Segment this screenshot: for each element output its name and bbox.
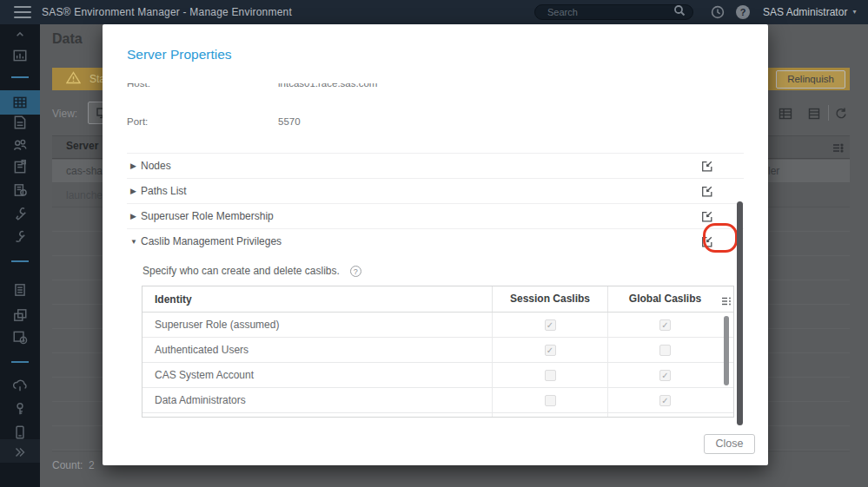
user-caret-down-icon: ▾ (852, 0, 856, 24)
sidebar-item-data-selected[interactable] (0, 90, 40, 115)
table-row[interactable] (142, 413, 733, 417)
screen: SAS® Environment Manager - Manage Enviro… (0, 0, 868, 487)
refresh-icon[interactable] (834, 107, 847, 123)
sidebar-item-reports[interactable] (12, 159, 28, 174)
sidebar-divider (11, 76, 29, 78)
host-value: intcas01.race.sas.com (278, 83, 377, 89)
identity-column-header: Identity (142, 293, 492, 306)
sidebar-expand-row[interactable] (0, 439, 40, 463)
sidebar-item-devices[interactable] (12, 424, 28, 440)
privileges-table: Identity Session Caslibs Global Caslibs … (142, 286, 734, 418)
accordion-sections: ▶ Nodes ▶ Paths List ▶ Superuser Role Me… (127, 153, 744, 253)
table-options-icon[interactable] (832, 141, 844, 157)
sidebar-item-contexts[interactable] (12, 307, 28, 323)
session-checkbox[interactable] (545, 395, 556, 406)
sidebar-item-dashboard[interactable] (12, 48, 28, 63)
global-checkbox[interactable]: ✓ (659, 395, 671, 406)
sidebar-item-servers[interactable] (12, 182, 28, 198)
warning-icon (66, 71, 81, 88)
session-checkbox[interactable]: ✓ (545, 345, 556, 356)
session-checkbox[interactable] (545, 370, 556, 381)
host-field: Host: intcas01.race.sas.com (127, 83, 735, 90)
server-column-header: Server (66, 140, 98, 152)
section-nodes[interactable]: ▶ Nodes (127, 153, 744, 178)
relinquish-button[interactable]: Relinquish (776, 70, 845, 89)
section-paths-list[interactable]: ▶ Paths List (127, 178, 744, 203)
port-value: 5570 (278, 116, 301, 127)
port-label: Port: (127, 116, 148, 127)
server-properties-dialog: Server Properties Host: intcas01.race.sa… (103, 24, 768, 465)
search-box[interactable] (534, 4, 693, 20)
history-icon[interactable] (711, 5, 725, 23)
help-icon[interactable]: ? (736, 5, 750, 19)
app-title: SAS® Environment Manager - Manage Enviro… (42, 0, 292, 24)
data-grid-icon (12, 95, 28, 110)
caret-right-icon[interactable]: ▶ (127, 212, 141, 220)
caret-right-icon[interactable]: ▶ (127, 161, 141, 170)
privileges-description: Specify who can create and delete caslib… (142, 265, 340, 277)
sidebar-item-tools[interactable] (12, 228, 28, 244)
help-tooltip-icon[interactable]: ? (350, 266, 361, 277)
host-label: Host: (127, 83, 150, 89)
server-name-fragment: launche (66, 189, 103, 201)
table-row[interactable]: CAS System Account ✓ (142, 363, 733, 388)
privileges-description-row: Specify who can create and delete caslib… (142, 260, 361, 281)
sidebar-item-publish[interactable] (12, 378, 28, 393)
close-button[interactable]: Close (704, 434, 755, 454)
table-row[interactable]: Data Administrators ✓ (142, 388, 733, 413)
user-name: SAS Administrator (763, 0, 847, 24)
sidebar-item-scheduling[interactable] (12, 329, 28, 345)
caret-down-icon[interactable]: ▼ (127, 238, 141, 246)
global-caslibs-column-header: Global Caslibs (607, 286, 722, 312)
caret-right-icon[interactable]: ▶ (127, 187, 141, 195)
server-name-fragment: cas-shar (66, 165, 106, 177)
global-checkbox[interactable] (659, 345, 671, 356)
search-input[interactable] (546, 6, 673, 18)
table-row[interactable]: Superuser Role (assumed) ✓ ✓ (142, 313, 733, 338)
section-caslib-privileges[interactable]: ▼ Caslib Management Privileges (127, 228, 744, 253)
sidebar-collapse-up-icon[interactable] (12, 26, 28, 42)
row-count: Count: 2 (52, 459, 95, 471)
sidebar-item-configuration[interactable] (12, 206, 28, 221)
privileges-table-body: Superuser Role (assumed) ✓ ✓ Authenticat… (142, 313, 733, 417)
page-title: Data (52, 31, 83, 47)
table-view-icon[interactable] (779, 108, 792, 123)
server-role-fragment: ler (768, 165, 779, 177)
sidebar-item-users[interactable] (12, 137, 28, 153)
user-menu[interactable]: SAS Administrator ▾ (763, 0, 856, 24)
toolbar-divider (828, 105, 829, 121)
session-caslibs-column-header: Session Caslibs (492, 286, 607, 312)
search-icon[interactable] (673, 4, 686, 20)
sidebar-item-security-keys[interactable] (12, 401, 28, 417)
table-options-icon[interactable] (721, 294, 732, 310)
detail-view-icon[interactable] (808, 108, 820, 123)
open-detail-icon[interactable] (699, 209, 714, 224)
global-checkbox[interactable]: ✓ (659, 319, 671, 331)
open-detail-icon[interactable] (699, 159, 714, 174)
section-superuser-role[interactable]: ▶ Superuser Role Membership (127, 203, 744, 228)
sidebar-item-content[interactable] (12, 115, 28, 130)
dialog-title: Server Properties (127, 47, 232, 63)
view-label: View: (52, 108, 77, 120)
expand-right-icon (12, 444, 28, 460)
dialog-scrollbar[interactable] (737, 201, 743, 425)
privileges-table-header: Identity Session Caslibs Global Caslibs (142, 286, 733, 313)
sidebar-item-logs[interactable] (12, 282, 28, 298)
sidebar-divider (11, 260, 29, 262)
field-scroll-clip: Host: intcas01.race.sas.com Port: 5570 (127, 83, 735, 134)
open-detail-icon[interactable] (699, 184, 714, 199)
red-circle-annotation (703, 223, 738, 253)
session-checkbox[interactable]: ✓ (545, 319, 556, 331)
sidebar-divider (11, 361, 29, 363)
hamburger-menu-icon[interactable] (14, 6, 31, 18)
port-field: Port: 5570 (127, 116, 735, 128)
global-checkbox[interactable]: ✓ (659, 370, 671, 381)
table-row[interactable]: Authenticated Users ✓ (142, 338, 733, 363)
table-scrollbar[interactable] (724, 316, 729, 385)
